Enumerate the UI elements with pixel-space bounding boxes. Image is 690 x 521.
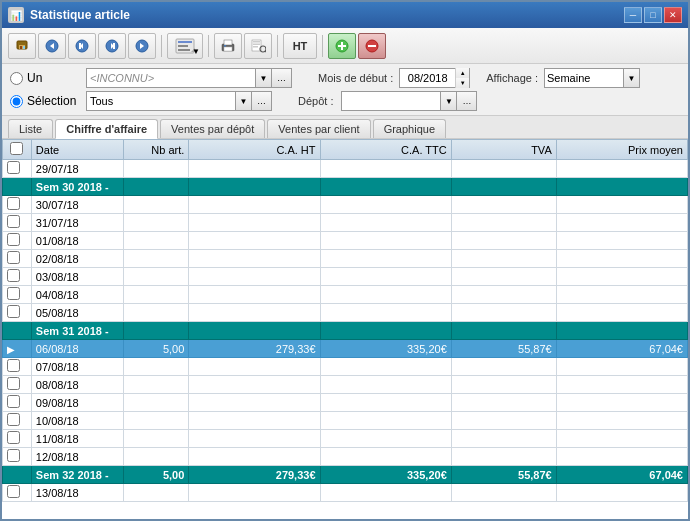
table-row[interactable]: 04/08/18 [3, 286, 688, 304]
selection-radio[interactable] [10, 95, 23, 108]
row-date: 02/08/18 [31, 250, 123, 268]
minimize-button[interactable]: ─ [624, 7, 642, 23]
svg-rect-26 [253, 46, 258, 48]
un-dropdown-btn[interactable]: ▼ [256, 68, 272, 88]
table-row[interactable]: 05/08/18 [3, 304, 688, 322]
table-row[interactable]: 11/08/18 [3, 430, 688, 448]
col-header-date: Date [31, 140, 123, 160]
un-radio[interactable] [10, 72, 23, 85]
week-prixmoy [556, 322, 687, 340]
table-row[interactable]: 07/08/18 [3, 358, 688, 376]
table-row[interactable]: 13/08/18 [3, 484, 688, 502]
week-row: Sem 31 2018 - [3, 322, 688, 340]
tab-liste[interactable]: Liste [8, 119, 53, 138]
row-check[interactable] [3, 160, 32, 178]
row-cattc [320, 376, 451, 394]
next-button[interactable] [98, 33, 126, 59]
preview-button[interactable] [244, 33, 272, 59]
row-tva [451, 484, 556, 502]
params-row-un: Un ▼ … Mois de début : 08/2018 ▲ ▼ Affic… [10, 68, 680, 88]
selection-input[interactable] [86, 91, 236, 111]
col-header-check [3, 140, 32, 160]
tab-ventes-depot[interactable]: Ventes par dépôt [160, 119, 265, 138]
row-caht [189, 484, 320, 502]
depot-input[interactable] [341, 91, 441, 111]
row-check[interactable] [3, 268, 32, 286]
affichage-input[interactable] [544, 68, 624, 88]
summary-tva: 55,87€ [451, 466, 556, 484]
depot-extra-btn[interactable]: … [457, 91, 477, 111]
date-down-btn[interactable]: ▼ [456, 78, 469, 88]
un-input[interactable] [86, 68, 256, 88]
add-button[interactable] [328, 33, 356, 59]
table-row[interactable]: 08/08/18 [3, 376, 688, 394]
tab-graphique[interactable]: Graphique [373, 119, 446, 138]
table-row[interactable]: 31/07/18 [3, 214, 688, 232]
row-check[interactable] [3, 304, 32, 322]
affichage-dropdown-btn[interactable]: ▼ [624, 68, 640, 88]
row-cattc [320, 412, 451, 430]
back-button[interactable] [38, 33, 66, 59]
row-check[interactable] [3, 448, 32, 466]
affichage-label: Affichage : [486, 72, 538, 84]
selection-radio-label[interactable]: Sélection [10, 94, 80, 108]
ht-button[interactable]: HT [283, 33, 317, 59]
un-radio-label[interactable]: Un [10, 71, 80, 85]
print-button[interactable] [214, 33, 242, 59]
row-check[interactable] [3, 286, 32, 304]
row-tva [451, 430, 556, 448]
select-all-checkbox[interactable] [10, 142, 23, 155]
week-tva [451, 178, 556, 196]
table-row[interactable]: 01/08/18 [3, 232, 688, 250]
menu-button[interactable]: ▼ [167, 33, 203, 59]
toolbar-separator-2 [208, 35, 209, 57]
table-row[interactable]: 03/08/18 [3, 268, 688, 286]
table-row[interactable]: 29/07/18 [3, 160, 688, 178]
row-check[interactable] [3, 358, 32, 376]
data-table: Date Nb art. C.A. HT C.A. TTC TVA Prix m… [2, 139, 688, 502]
selection-dropdown-btn[interactable]: ▼ [236, 91, 252, 111]
row-check[interactable] [3, 484, 32, 502]
row-caht [189, 448, 320, 466]
row-cattc [320, 358, 451, 376]
tab-ventes-client[interactable]: Ventes par client [267, 119, 370, 138]
un-extra-btn[interactable]: … [272, 68, 292, 88]
depot-dropdown-btn[interactable]: ▼ [441, 91, 457, 111]
forward-button[interactable] [128, 33, 156, 59]
toolbar: ▼ HT [2, 28, 688, 64]
row-check[interactable] [3, 196, 32, 214]
table-row[interactable]: 02/08/18 [3, 250, 688, 268]
table-row[interactable]: 09/08/18 [3, 394, 688, 412]
restore-button[interactable]: □ [644, 7, 662, 23]
date-up-btn[interactable]: ▲ [456, 68, 469, 78]
close-button[interactable]: ✕ [664, 7, 682, 23]
row-check[interactable] [3, 412, 32, 430]
row-check[interactable] [3, 214, 32, 232]
row-nb [123, 160, 189, 178]
tab-chiffre[interactable]: Chiffre d'affaire [55, 119, 158, 139]
mois-debut-value[interactable]: 08/2018 [400, 72, 455, 84]
row-prixmoy [556, 412, 687, 430]
row-check[interactable] [3, 250, 32, 268]
row-check[interactable] [3, 430, 32, 448]
row-caht [189, 268, 320, 286]
remove-button[interactable] [358, 33, 386, 59]
row-check[interactable] [3, 232, 32, 250]
row-check[interactable] [3, 394, 32, 412]
main-window: 📊 Statistique article ─ □ ✕ [0, 0, 690, 521]
selected-row[interactable]: ▶ 06/08/18 5,00 279,33€ 335,20€ 55,87€ 6… [3, 340, 688, 358]
row-check[interactable] [3, 376, 32, 394]
table-row[interactable]: 30/07/18 [3, 196, 688, 214]
row-nb [123, 286, 189, 304]
row-check[interactable]: ▶ [3, 340, 32, 358]
title-bar: 📊 Statistique article ─ □ ✕ [2, 2, 688, 28]
selection-extra-btn[interactable]: … [252, 91, 272, 111]
table-row[interactable]: 10/08/18 [3, 412, 688, 430]
prev-button[interactable] [68, 33, 96, 59]
row-tva [451, 196, 556, 214]
svg-rect-17 [178, 49, 190, 51]
row-tva [451, 232, 556, 250]
home-button[interactable] [8, 33, 36, 59]
table-row[interactable]: 12/08/18 [3, 448, 688, 466]
selection-combo: ▼ … [86, 91, 272, 111]
